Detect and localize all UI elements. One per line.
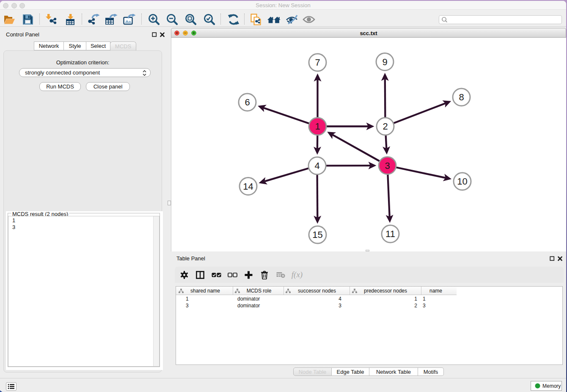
svg-text:15: 15 [312, 229, 322, 240]
svg-text:1: 1 [315, 121, 320, 132]
svg-text:10: 10 [457, 176, 467, 187]
svg-text:2: 2 [383, 121, 388, 132]
svg-text:11: 11 [385, 229, 395, 239]
svg-text:6: 6 [245, 97, 250, 108]
svg-text:8: 8 [459, 92, 464, 102]
svg-text:3: 3 [385, 160, 390, 171]
svg-text:7: 7 [315, 57, 320, 68]
svg-text:4: 4 [314, 160, 319, 171]
svg-text:14: 14 [243, 181, 253, 192]
svg-text:9: 9 [382, 57, 387, 67]
